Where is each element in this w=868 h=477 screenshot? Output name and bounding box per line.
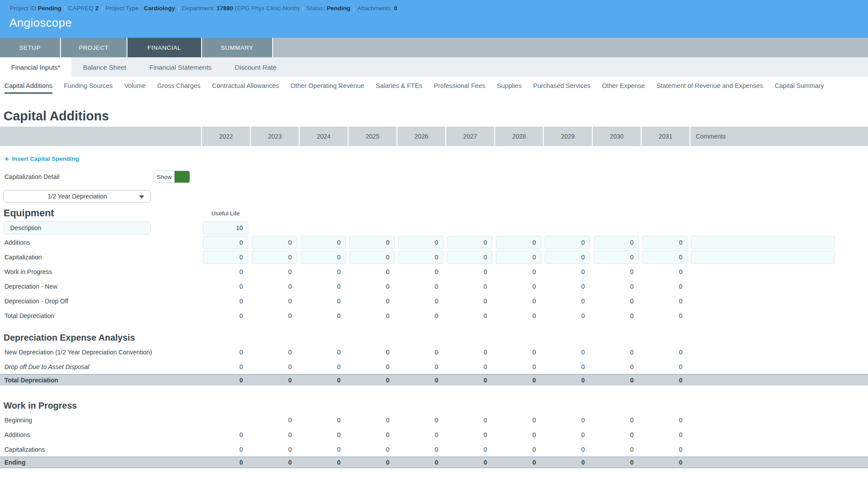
- cell-2026: 0: [396, 459, 445, 466]
- info-value-project-id: Pending: [38, 5, 61, 12]
- comment-input[interactable]: [691, 236, 835, 249]
- value-input-2023[interactable]: [252, 236, 297, 249]
- info-separator: |: [99, 5, 106, 12]
- nav-item-funding-sources[interactable]: Funding Sources: [64, 82, 113, 94]
- tab-project[interactable]: PROJECT: [61, 38, 127, 57]
- cell-2027: 0: [445, 268, 494, 275]
- value-input-2030[interactable]: [594, 250, 639, 264]
- value-input-2026[interactable]: [398, 236, 444, 249]
- cell-2031: 0: [641, 283, 690, 290]
- section-heading-cell: Depreciation Expense Analysis: [0, 333, 201, 343]
- cell-2025: 0: [348, 312, 396, 319]
- insert-capital-spending-link[interactable]: + Insert Capital Spending: [4, 153, 120, 164]
- nav-item-other-expense[interactable]: Other Expense: [602, 82, 645, 94]
- nav-item-salaries-ftes[interactable]: Salaries & FTEs: [376, 82, 422, 94]
- value-input-2027[interactable]: [447, 236, 492, 249]
- value-input-2025[interactable]: [349, 250, 395, 264]
- value-input-2026[interactable]: [398, 250, 444, 264]
- tab-summary[interactable]: SUMMARY: [202, 38, 273, 57]
- cell-2030: 0: [592, 283, 641, 290]
- row-depreciation-drop-off: Depreciation - Drop Off0000000000: [0, 294, 868, 308]
- value-input-2025[interactable]: [349, 236, 395, 249]
- cell-2029: 0: [543, 349, 592, 356]
- nav-item-statement-of-revenue-and-expenses[interactable]: Statement of Revenue and Expenses: [656, 82, 763, 94]
- cell-2030: 0: [592, 377, 641, 384]
- subtab-balance-sheet[interactable]: Balance Sheet: [71, 57, 138, 77]
- section-heading-row: Depreciation Expense Analysis: [0, 330, 868, 345]
- cell-2023: 0: [250, 431, 299, 438]
- cell-2029: 0: [543, 268, 592, 275]
- comment-cell: [690, 236, 868, 249]
- useful-life-label: Useful Life: [201, 210, 250, 217]
- row-label: Additions: [0, 239, 201, 246]
- cell-2022: 0: [201, 446, 250, 453]
- cell-2022: 0: [201, 377, 250, 384]
- value-input-2027[interactable]: [447, 250, 492, 264]
- section-heading-depreciation-expense-analysis: Depreciation Expense Analysis: [0, 333, 201, 343]
- nav-item-gross-charges[interactable]: Gross Charges: [157, 82, 201, 94]
- info-label-department: Department:: [182, 5, 217, 12]
- row-label: Work in Progress: [0, 268, 201, 275]
- tab-financial[interactable]: FINANCIAL: [127, 38, 202, 57]
- useful-life-input[interactable]: [203, 221, 248, 235]
- depreciation-convention-select[interactable]: 1/2 Year Depreciation: [4, 190, 151, 203]
- tab-setup[interactable]: SETUP: [0, 38, 61, 57]
- cell-2029: 0: [543, 459, 592, 466]
- year-header-2026: 2026: [396, 127, 445, 146]
- subtab-discount-rate[interactable]: Discount Rate: [223, 57, 288, 77]
- cell-2023: 0: [250, 268, 299, 275]
- cell-2025: [348, 236, 396, 249]
- info-value-attachments: 0: [394, 5, 397, 12]
- value-input-2022[interactable]: [203, 250, 248, 264]
- depreciation-convention-value: 1/2 Year Depreciation: [48, 193, 107, 200]
- value-input-2023[interactable]: [252, 250, 297, 264]
- info-separator: |: [350, 5, 357, 12]
- cell-2027: 0: [445, 431, 494, 438]
- cell-2028: 0: [494, 459, 543, 466]
- value-input-2029[interactable]: [545, 250, 590, 264]
- value-input-2030[interactable]: [594, 236, 639, 249]
- cell-2022: [201, 250, 250, 264]
- nav-item-capital-additions[interactable]: Capital Additions: [4, 82, 52, 94]
- nav-item-professional-fees[interactable]: Professional Fees: [434, 82, 485, 94]
- nav-item-purchased-services[interactable]: Purchased Services: [533, 82, 591, 94]
- nav-item-supplies[interactable]: Supplies: [497, 82, 522, 94]
- subtab-financial-statements[interactable]: Financial Statements: [138, 57, 223, 77]
- nav-item-capital-summary[interactable]: Capital Summary: [775, 82, 824, 94]
- value-input-2031[interactable]: [642, 236, 688, 249]
- cell-2031: 0: [641, 363, 690, 370]
- value-input-2028[interactable]: [496, 250, 541, 264]
- cell-2027: 0: [445, 363, 494, 370]
- nav-item-contractual-allowances[interactable]: Contractual Allowances: [212, 82, 279, 94]
- value-input-2031[interactable]: [642, 250, 688, 264]
- toggle-on-indicator: [174, 171, 190, 183]
- value-input-2028[interactable]: [496, 236, 541, 249]
- cell-2024: 0: [299, 312, 348, 319]
- section-gap: [0, 323, 868, 327]
- cell-2029: 0: [543, 312, 592, 319]
- cell-2030: 0: [592, 268, 641, 275]
- year-header-spacer: [0, 127, 201, 146]
- cell-2031: 0: [641, 377, 690, 384]
- section-heading-equipment: Equipment: [0, 207, 201, 219]
- cell-2028: 0: [494, 283, 543, 290]
- comment-input[interactable]: [691, 250, 835, 264]
- nav-item-volume[interactable]: Volume: [124, 82, 146, 94]
- cell-2024: [299, 236, 348, 249]
- app-header: Project ID Pending|CAPREQ 2|Project Type…: [0, 0, 868, 38]
- year-header-row: 2022202320242025202620272028202920302031…: [0, 127, 868, 146]
- year-header-2031: 2031: [641, 127, 690, 146]
- value-input-2024[interactable]: [301, 236, 346, 249]
- cell-2023: 0: [250, 446, 299, 453]
- value-input-2024[interactable]: [301, 250, 346, 264]
- info-label-capreq: CAPREQ: [68, 5, 95, 12]
- description-input[interactable]: [4, 221, 151, 235]
- subtab-financial-inputs[interactable]: Financial Inputs*: [0, 57, 71, 77]
- value-input-2022[interactable]: [203, 236, 248, 249]
- value-input-2029[interactable]: [545, 236, 590, 249]
- capitalization-detail-toggle[interactable]: Show: [154, 171, 190, 183]
- row-label: New Depreciation (1/2 Year Depreciation …: [0, 349, 201, 356]
- cell-2028: [494, 236, 543, 249]
- cell-2025: 0: [348, 377, 396, 384]
- nav-item-other-operating-revenue[interactable]: Other Operating Revenue: [290, 82, 364, 94]
